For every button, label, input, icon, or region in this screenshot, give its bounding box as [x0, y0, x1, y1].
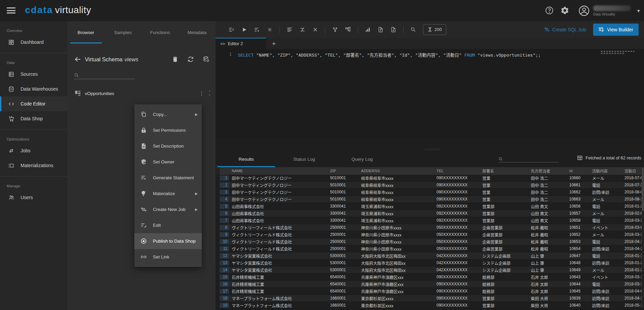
user-account-menu[interactable]: Data Virtuality ▼: [578, 3, 641, 19]
row-number[interactable]: 17: [220, 289, 229, 294]
row-number[interactable]: 15: [220, 275, 229, 280]
toggle-wrap-icon[interactable]: [297, 25, 308, 35]
table-row[interactable]: 8ヴィクトリーフィールド株式会社2500001神奈川県小田原市xxxx050XX…: [220, 224, 644, 231]
find-replace-icon[interactable]: [408, 25, 418, 35]
back-arrow-icon[interactable]: [74, 56, 82, 63]
row-number[interactable]: 3: [220, 190, 229, 195]
settings-gear-icon[interactable]: [560, 6, 569, 15]
row-number[interactable]: 10: [220, 239, 229, 244]
menu-item-publish-to-data-shop[interactable]: Publish to Data Shop: [134, 233, 202, 249]
column-header-1[interactable]: ZIP: [327, 169, 358, 173]
row-number[interactable]: 4: [220, 197, 229, 202]
row-number[interactable]: 14: [220, 268, 229, 273]
row-number[interactable]: 18: [220, 296, 229, 301]
sidebar-item-sources[interactable]: Sources: [0, 67, 67, 82]
sidebar-item-dashboard[interactable]: Dashboard: [0, 35, 67, 50]
delete-trash-icon[interactable]: [172, 56, 179, 63]
results-tab-results[interactable]: Results: [217, 151, 275, 167]
row-number[interactable]: 1: [220, 176, 229, 181]
table-row[interactable]: 17石井精密機械工業6540001兵庫県神戸市須磨区xxx090XXXXXXXX…: [220, 288, 644, 295]
help-icon[interactable]: [545, 6, 554, 15]
row-number[interactable]: 2: [220, 183, 229, 188]
editor-tab[interactable]: <> Editor 2: [216, 38, 266, 49]
row-number[interactable]: 13: [220, 260, 229, 266]
import-file-icon[interactable]: [376, 25, 386, 35]
sidebar-item-data-warehouses[interactable]: Data Warehouses: [0, 82, 67, 96]
table-row[interactable]: 12ヤマシタ実業株式会社5300001大阪府大阪市北区梅田xx042XXXXXX…: [220, 252, 644, 259]
menu-item-edit[interactable]: Edit: [134, 217, 202, 233]
row-limit-control[interactable]: 200: [423, 24, 446, 35]
column-header-0[interactable]: NAME: [229, 169, 327, 173]
schema-search-input[interactable]: [81, 72, 131, 78]
refresh-icon[interactable]: [187, 56, 194, 63]
column-header-7[interactable]: 活動内容: [589, 168, 622, 174]
table-row[interactable]: 11ヴィクトリーフィールド株式会社2500001神奈川県小田原市xxxx050X…: [220, 245, 644, 252]
row-number[interactable]: 6: [220, 211, 229, 216]
run-selection-icon[interactable]: [252, 25, 262, 35]
new-editor-tab-button[interactable]: +: [266, 39, 282, 49]
sidebar-item-jobs[interactable]: Jobs: [0, 143, 67, 158]
results-tab-status-log[interactable]: Status Log: [275, 151, 333, 167]
menu-item-set-description[interactable]: Set Description: [134, 138, 202, 154]
column-header-2[interactable]: ADDERSS: [358, 169, 434, 173]
tab-browser[interactable]: Browser: [67, 21, 104, 43]
sql-code-editor[interactable]: 1 SELECT "NAME", "ZIP", "ADDERSS", "TEL"…: [216, 49, 644, 139]
row-number[interactable]: 16: [220, 282, 229, 287]
sidebar-item-code-editor[interactable]: Code Editor: [0, 96, 67, 111]
table-row[interactable]: 10ヴィクトリーフィールド株式会社2500001神奈川県小田原市xxxx050X…: [220, 238, 644, 245]
view-builder-button[interactable]: View Builder: [593, 24, 639, 36]
parse-statement-icon[interactable]: [226, 25, 236, 35]
table-row[interactable]: 16石井精密機械工業6540001兵庫県神戸市須磨区xxx090XXXXXXXX…: [220, 281, 644, 288]
collapse-expand-icon[interactable]: ⌃⌄: [208, 91, 211, 96]
table-row[interactable]: 7山田商事株式会社3300041埼玉県浦和市xxxx092XXXXXXXXX営業…: [220, 217, 644, 224]
menu-item-materialize[interactable]: Materialize▶: [134, 186, 202, 202]
table-row[interactable]: 2田中マーケティングテクノロジー5010001岐阜県岐阜市xxxx090XXXX…: [220, 182, 644, 189]
export-file-icon[interactable]: [388, 25, 398, 35]
sidebar-item-users[interactable]: Users: [0, 190, 67, 205]
menu-item-copy[interactable]: Copy...▶: [134, 106, 202, 122]
results-scrollbar[interactable]: [642, 167, 644, 308]
row-number[interactable]: 8: [220, 225, 229, 230]
clear-editor-icon[interactable]: [310, 25, 320, 35]
table-row[interactable]: 15石井精密機械工業6540001兵庫県神戸市須磨区xxx090XXXXXXXX…: [220, 274, 644, 281]
results-tab-query-log[interactable]: Query Log: [333, 151, 391, 167]
row-number[interactable]: 9: [220, 232, 229, 237]
tab-metadata[interactable]: Metadata: [179, 21, 216, 43]
dependency-tree-icon[interactable]: [343, 25, 353, 35]
explain-plan-icon[interactable]: [330, 25, 340, 35]
run-query-icon[interactable]: [239, 25, 249, 35]
table-row[interactable]: 1田中マーケティングテクノロジー5010001岐阜県岐阜市xxxx090XXXX…: [220, 175, 644, 182]
table-row[interactable]: 3田中マーケティングテクノロジー5010001岐阜県岐阜市xxxx090XXXX…: [220, 189, 644, 196]
sidebar-item-materializations[interactable]: Materializations: [0, 158, 67, 173]
hamburger-menu-icon[interactable]: [7, 7, 15, 14]
database-refresh-icon[interactable]: [203, 56, 210, 63]
horizontal-resize-handle[interactable]: ::::::::::: [425, 148, 440, 151]
menu-item-set-permissions[interactable]: Set Permissions: [134, 122, 202, 138]
table-row[interactable]: 6山田商事株式会社3300041埼玉県浦和市xxxx092XXXXXXXXX営業…: [220, 210, 644, 217]
menu-item-generate-statement[interactable]: Generate Statement: [134, 170, 202, 186]
table-row[interactable]: 4田中マーケティングテクノロジー5010001岐阜県岐阜市xxxx090XXXX…: [220, 196, 644, 203]
row-number[interactable]: 19: [220, 303, 229, 308]
item-more-options-icon[interactable]: ⋮: [199, 90, 204, 96]
column-header-3[interactable]: TEL: [434, 169, 480, 173]
tab-functions[interactable]: Functions: [141, 21, 179, 43]
tree-item-vopportunities[interactable]: vOpportunities ⋮ ⌃⌄: [67, 87, 216, 100]
column-header-5[interactable]: 先方担当者: [528, 168, 567, 174]
table-row[interactable]: 18マネープラットフォーム株式会社1660001東京都杉並区xxxx090XXX…: [220, 295, 644, 302]
table-row[interactable]: 14ヤマシタ実業株式会社5300001大阪府大阪市北区梅田xx042XXXXXX…: [220, 267, 644, 274]
row-number[interactable]: 11: [220, 246, 229, 251]
tab-samples[interactable]: Samples: [104, 21, 141, 43]
row-number[interactable]: 12: [220, 253, 229, 258]
column-header-8[interactable]: 活動日: [622, 168, 644, 174]
menu-item-set-link[interactable]: Set Link: [134, 249, 202, 265]
menu-item-set-owner[interactable]: Set Owner: [134, 154, 202, 170]
table-row[interactable]: 13ヤマシタ実業株式会社5300001大阪府大阪市北区梅田xx042XXXXXX…: [220, 259, 644, 267]
row-number[interactable]: 7: [220, 218, 229, 223]
column-header-4[interactable]: 部署名: [480, 168, 528, 174]
format-sql-icon[interactable]: [285, 25, 295, 35]
statistics-chart-icon[interactable]: [363, 25, 373, 35]
create-sql-job-link[interactable]: Create SQL Job: [544, 27, 586, 32]
results-search-input[interactable]: [505, 156, 555, 161]
menu-item-create-new-job[interactable]: Create New Job▶: [134, 202, 202, 217]
table-row[interactable]: 5山田商事株式会社3300041埼玉県浦和市xxxx092XXXXXXXXX営業…: [220, 203, 644, 210]
